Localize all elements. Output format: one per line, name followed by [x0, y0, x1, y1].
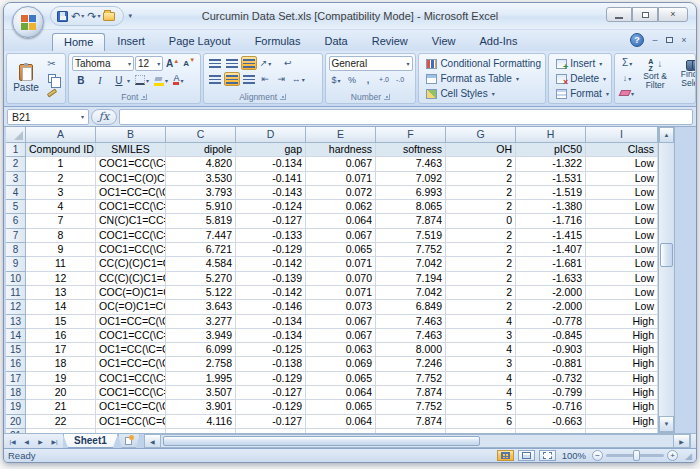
cell-E7[interactable]: 0.067 [306, 229, 376, 243]
cell-C4[interactable]: 3.793 [166, 186, 236, 200]
cell-D3[interactable]: -0.141 [236, 172, 306, 186]
cell-C20[interactable]: 4.116 [166, 415, 236, 429]
cell-D8[interactable]: -0.129 [236, 243, 306, 257]
row-header-9[interactable]: 9 [6, 257, 26, 271]
zoom-in-button[interactable]: + [667, 450, 678, 461]
cell-I10[interactable]: Low [586, 272, 658, 286]
cell-C13[interactable]: 3.277 [166, 315, 236, 329]
cell-I3[interactable]: Low [586, 172, 658, 186]
percent-style-button[interactable]: % [345, 73, 360, 87]
cell-H9[interactable]: -1.681 [516, 257, 586, 271]
decrease-indent-button[interactable]: ⇤ [258, 72, 273, 86]
cell-C11[interactable]: 5.122 [166, 286, 236, 300]
cell-A4[interactable]: 3 [26, 186, 96, 200]
formula-input[interactable] [119, 109, 693, 125]
underline-button[interactable]: U▾ [110, 73, 132, 87]
cell-F13[interactable]: 7.463 [376, 315, 446, 329]
cell-C10[interactable]: 5.270 [166, 272, 236, 286]
cell-A15[interactable]: 17 [26, 343, 96, 357]
row-header-3[interactable]: 3 [6, 172, 26, 186]
cell-I15[interactable]: High [586, 343, 658, 357]
cell-H11[interactable]: -2.000 [516, 286, 586, 300]
cell-G14[interactable]: 3 [446, 329, 516, 343]
cell-D1[interactable]: gap [236, 143, 306, 157]
cell-E18[interactable]: 0.064 [306, 386, 376, 400]
cell-C17[interactable]: 1.995 [166, 372, 236, 386]
cell-A20[interactable]: 22 [26, 415, 96, 429]
column-header-G[interactable]: G [446, 127, 516, 143]
cell-H20[interactable]: -0.663 [516, 415, 586, 429]
save-button[interactable] [57, 11, 68, 22]
tab-data[interactable]: Data [312, 32, 359, 51]
select-all-button[interactable] [6, 127, 26, 143]
cell-E17[interactable]: 0.065 [306, 372, 376, 386]
cell-H19[interactable]: -0.716 [516, 400, 586, 414]
tab-formulas[interactable]: Formulas [243, 32, 313, 51]
cell-G19[interactable]: 5 [446, 400, 516, 414]
cell-B14[interactable]: COC1=CC(\C=C [96, 329, 166, 343]
column-header-C[interactable]: C [166, 127, 236, 143]
comma-style-button[interactable]: , [361, 73, 376, 87]
cell-E5[interactable]: 0.062 [306, 200, 376, 214]
cell-E6[interactable]: 0.064 [306, 214, 376, 228]
row-header-15[interactable]: 15 [6, 343, 26, 357]
grow-font-button[interactable]: A [164, 57, 180, 71]
cell-B9[interactable]: CC(C)(C)C1=CC [96, 257, 166, 271]
font-color-button[interactable]: A▾ [171, 73, 186, 87]
cell-G16[interactable]: 3 [446, 357, 516, 371]
cut-button[interactable]: ✂ [44, 56, 59, 70]
cell-G3[interactable]: 2 [446, 172, 516, 186]
decrease-decimal-button[interactable]: -.0 [393, 73, 408, 87]
cell-E9[interactable]: 0.071 [306, 257, 376, 271]
cell-G4[interactable]: 2 [446, 186, 516, 200]
cell-E12[interactable]: 0.073 [306, 300, 376, 314]
cell-D15[interactable]: -0.125 [236, 343, 306, 357]
orientation-button[interactable]: ↗▾ [258, 56, 274, 70]
row-header-13[interactable]: 13 [6, 315, 26, 329]
number-format-combo[interactable]: General▾ [329, 56, 413, 71]
cell-F18[interactable]: 7.874 [376, 386, 446, 400]
cell-G17[interactable]: 4 [446, 372, 516, 386]
tab-view[interactable]: View [420, 32, 468, 51]
cell-C6[interactable]: 5.819 [166, 214, 236, 228]
cell-F12[interactable]: 6.849 [376, 300, 446, 314]
cell-F17[interactable]: 7.752 [376, 372, 446, 386]
next-sheet-button[interactable]: ▶ [34, 436, 47, 447]
cell-F6[interactable]: 7.874 [376, 214, 446, 228]
cell-D13[interactable]: -0.134 [236, 315, 306, 329]
cell-I6[interactable]: Low [586, 214, 658, 228]
cell-I11[interactable]: Low [586, 286, 658, 300]
accounting-format-button[interactable]: $▾ [329, 73, 344, 87]
cell-D5[interactable]: -0.124 [236, 200, 306, 214]
increase-decimal-button[interactable]: +.0 [377, 73, 392, 87]
cell-F9[interactable]: 7.042 [376, 257, 446, 271]
cell-B5[interactable]: COC1=CC(\C=C [96, 200, 166, 214]
cell-H15[interactable]: -0.903 [516, 343, 586, 357]
row-header-5[interactable]: 5 [6, 200, 26, 214]
cell-D12[interactable]: -0.146 [236, 300, 306, 314]
delete-button[interactable]: Delete▾ [552, 71, 608, 86]
cell-B16[interactable]: OC1=CC=C(\C= [96, 357, 166, 371]
cell-D16[interactable]: -0.138 [236, 357, 306, 371]
restore-button[interactable] [632, 7, 658, 22]
cell-B15[interactable]: OC1=CC(\C=C\ [96, 343, 166, 357]
cell-E14[interactable]: 0.067 [306, 329, 376, 343]
cell-D6[interactable]: -0.127 [236, 214, 306, 228]
shrink-font-button[interactable]: A [182, 57, 197, 71]
cell-E8[interactable]: 0.065 [306, 243, 376, 257]
cell-C16[interactable]: 2.758 [166, 357, 236, 371]
cell-A5[interactable]: 4 [26, 200, 96, 214]
cell-H17[interactable]: -0.732 [516, 372, 586, 386]
cell-A13[interactable]: 15 [26, 315, 96, 329]
cell-A17[interactable]: 19 [26, 372, 96, 386]
cell-H10[interactable]: -1.633 [516, 272, 586, 286]
wrap-text-button[interactable]: ↩ [280, 56, 295, 70]
cell-I7[interactable]: Low [586, 229, 658, 243]
top-align-button[interactable] [207, 56, 223, 70]
column-header-A[interactable]: A [26, 127, 96, 143]
copy-button[interactable] [44, 71, 59, 85]
resize-grip[interactable]: ◢ [685, 451, 692, 461]
help-button[interactable]: ? [630, 33, 644, 47]
cell-D14[interactable]: -0.134 [236, 329, 306, 343]
autosum-button[interactable]: Σ▾ [618, 56, 636, 70]
